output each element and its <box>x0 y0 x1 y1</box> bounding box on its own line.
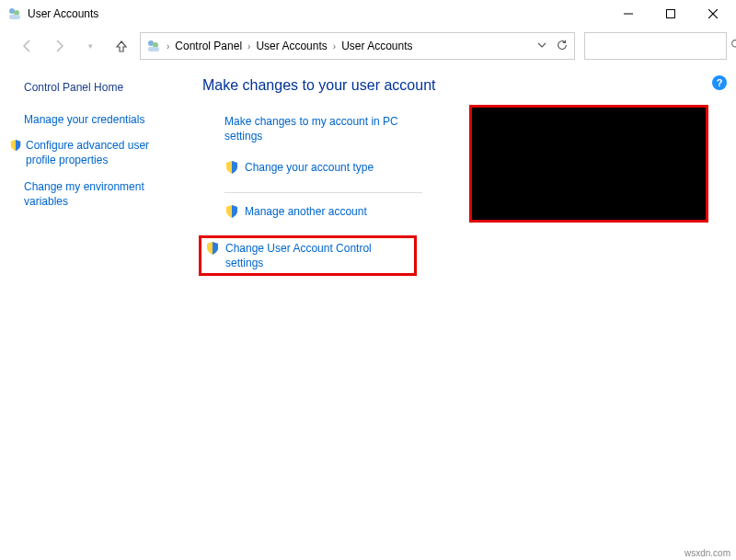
body: Control Panel Home Manage your credentia… <box>0 64 736 285</box>
action-label: Manage another account <box>245 204 367 219</box>
control-panel-home-link[interactable]: Control Panel Home <box>24 81 180 94</box>
svg-rect-2 <box>9 15 20 19</box>
action-label: Make changes to my account in PC setting… <box>224 114 418 143</box>
watermark: wsxdn.com <box>684 548 730 558</box>
svg-point-10 <box>732 40 736 47</box>
action-change-type[interactable]: Change your account type <box>224 160 418 175</box>
window-title: User Accounts <box>28 7 98 20</box>
user-accounts-icon <box>7 6 22 21</box>
chevron-right-icon[interactable]: › <box>167 41 169 51</box>
shield-icon <box>224 160 239 175</box>
forward-button[interactable] <box>50 37 68 55</box>
actions-list: Make changes to my account in PC setting… <box>224 114 418 276</box>
location-icon <box>146 39 161 53</box>
breadcrumb-item[interactable]: Control Panel <box>175 40 242 52</box>
address-bar[interactable]: › Control Panel › User Accounts › User A… <box>140 32 575 60</box>
shield-icon <box>205 241 220 256</box>
breadcrumb-item[interactable]: User Accounts <box>341 40 412 52</box>
chevron-right-icon[interactable]: › <box>333 41 336 51</box>
sidebar-link-label: Change my environment variables <box>24 179 171 209</box>
action-manage-another[interactable]: Manage another account <box>224 204 418 219</box>
nav-toolbar: ▾ › Control Panel › User Accounts › User… <box>0 28 736 64</box>
shield-icon <box>9 139 22 152</box>
sidebar-link-credentials[interactable]: Manage your credentials <box>24 112 180 127</box>
sidebar-link-profile-properties[interactable]: Configure advanced user profile properti… <box>24 138 180 167</box>
titlebar: User Accounts <box>0 0 736 28</box>
search-box[interactable] <box>584 32 727 60</box>
breadcrumb-item[interactable]: User Accounts <box>256 40 327 52</box>
close-button[interactable] <box>692 0 734 28</box>
refresh-button[interactable] <box>556 39 569 54</box>
sidebar-link-label: Configure advanced user profile properti… <box>26 138 173 167</box>
action-pc-settings[interactable]: Make changes to my account in PC setting… <box>224 114 418 143</box>
svg-rect-9 <box>148 47 159 51</box>
chevron-right-icon[interactable]: › <box>247 41 250 51</box>
action-label: Change your account type <box>245 160 374 175</box>
search-input[interactable] <box>592 40 730 52</box>
action-uac-settings[interactable]: Change User Account Control settings <box>199 235 417 276</box>
sidebar-link-label: Manage your credentials <box>24 112 144 127</box>
up-button[interactable] <box>112 37 131 55</box>
window-controls <box>607 0 734 28</box>
page-heading: Make changes to your user account <box>202 77 727 94</box>
sidebar-link-env-vars[interactable]: Change my environment variables <box>24 179 180 209</box>
search-icon[interactable] <box>730 39 736 53</box>
back-button[interactable] <box>18 37 37 55</box>
address-dropdown[interactable] <box>537 40 546 52</box>
action-label: Change User Account Control settings <box>225 241 410 270</box>
separator <box>224 192 422 193</box>
svg-rect-4 <box>667 10 675 18</box>
main-panel: Make changes to your user account Make c… <box>193 77 736 285</box>
shield-icon <box>224 204 239 219</box>
sidebar: Control Panel Home Manage your credentia… <box>0 77 193 285</box>
nav-arrows: ▾ <box>9 37 131 55</box>
recent-dropdown[interactable]: ▾ <box>81 37 99 55</box>
maximize-button[interactable] <box>650 0 692 28</box>
account-preview-redacted <box>469 105 708 223</box>
minimize-button[interactable] <box>607 0 650 28</box>
